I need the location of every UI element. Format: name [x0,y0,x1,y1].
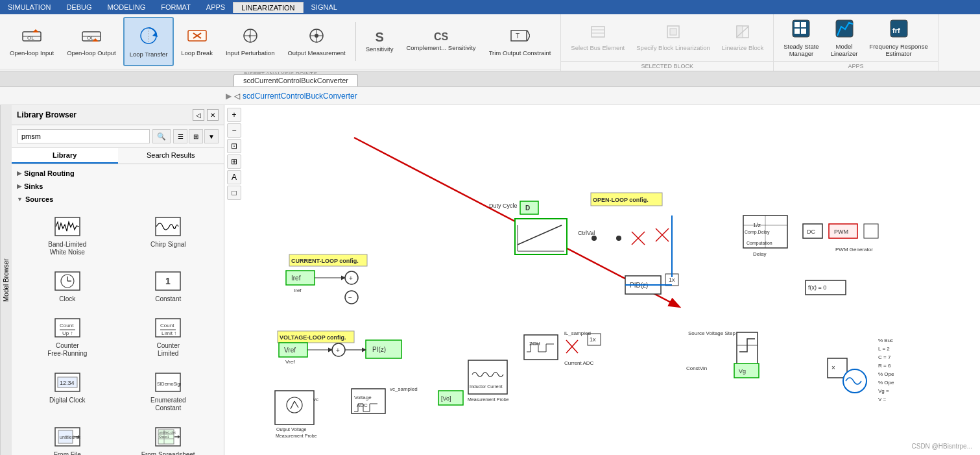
svg-text:OL: OL [87,35,94,41]
svg-text:Vg: Vg [739,368,746,375]
svg-rect-22 [592,27,604,37]
svg-rect-33 [795,29,800,34]
output-measurement-btn[interactable]: Output Measurement [281,17,351,66]
constant-icon: 1 [155,269,181,293]
counter-free-running-item[interactable]: CountUp ↑ CounterFree-Running [19,312,115,362]
complement-sensitivity-btn[interactable]: CS Complement... Sensitivity [400,17,481,66]
trim-output-constraint-btn[interactable]: T Trim Output Constraint [483,17,557,66]
svg-rect-116 [806,280,846,295]
model-browser-vertical-tab[interactable]: Model Browser [0,105,12,455]
svg-text:−: − [348,294,352,301]
enumerated-constant-item[interactable]: SIDemoSign.Positive EnumeratedConstant [121,367,217,416]
search-input[interactable] [17,129,150,143]
band-limited-white-noise-item[interactable]: Band-LimitedWhite Noise [19,211,115,260]
loop-transfer-icon [138,25,159,49]
svg-text:Count: Count [60,323,74,328]
svg-text:12:34: 12:34 [60,380,75,386]
svg-text:Output Voltage: Output Voltage [276,427,306,432]
svg-text:Source Voltage Step: Source Voltage Step [688,330,735,336]
counter-limited-item[interactable]: CountLimit ↑ CounterLimited [121,312,217,362]
nav-back-btn[interactable]: ◁ [234,92,240,101]
sensitivity-btn[interactable]: S Sensitivity [360,17,400,66]
svg-text:+: + [336,347,340,354]
model-linearizer-btn[interactable]: ModelLinearizer [826,18,863,57]
svg-text:V =: V = [878,397,887,402]
svg-text:PWM: PWM [834,228,848,235]
text-toggle-btn[interactable]: A [227,170,241,184]
sidebar-close-btn[interactable]: ✕ [207,109,219,121]
menu-simulation[interactable]: SIMULATION [0,2,58,12]
loop-break-btn[interactable]: Loop Break [175,17,219,66]
canvas-area[interactable]: + − ⊡ ⊞ A □ [224,105,980,455]
frequency-response-estimator-btn[interactable]: frf Frequency ResponseEstimator [865,18,932,57]
fit-selection-btn[interactable]: ⊞ [227,154,241,169]
hide-btn[interactable]: □ [227,186,241,200]
sidebar-minimize-btn[interactable]: ◁ [193,109,204,121]
digital-clock-item[interactable]: 12:34 Digital Clock [19,367,115,416]
from-file-label: From File [54,451,81,455]
from-spreadsheet-item[interactable]: untitled.xlsxSheet1 From Spreadsheet [121,421,217,455]
svg-text:1x: 1x [669,277,675,283]
sidebar: Library Browser ◁ ✕ 🔍 ☰ ⊞ ▼ Library Sear… [12,105,224,455]
svg-rect-163 [438,391,463,405]
svg-text:Up ↑: Up ↑ [62,330,73,336]
view-buttons: ☰ ⊞ ▼ [173,129,219,143]
main-diagram-tab[interactable]: scdCurrentControlBuckConverter [233,74,358,86]
sinks-arrow: ▶ [17,183,21,190]
svg-text:1x: 1x [590,336,596,343]
constant-item[interactable]: 1 Constant [121,265,217,307]
svg-text:Inductor Current: Inductor Current [470,384,503,389]
chirp-signal-item[interactable]: Chirp Signal [121,211,217,260]
menu-bar: SIMULATION DEBUG MODELING FORMAT APPS LI… [0,0,980,14]
svg-text:1/z: 1/z [753,222,761,228]
loop-break-icon [187,27,208,47]
svg-text:T: T [516,32,520,40]
fit-view-btn[interactable]: ⊡ [227,139,241,153]
view-list-btn[interactable]: ☰ [173,129,187,143]
svg-text:+: + [349,275,353,282]
specify-block-linearization-btn[interactable]: Specify Block Linearization [632,18,715,57]
tree-section-signal-routing[interactable]: ▶ Signal Routing [12,167,224,180]
select-bus-element-btn[interactable]: Select Bus Element [566,18,629,57]
frequency-response-estimator-icon: frf [889,19,909,42]
sidebar-tab-library[interactable]: Library [12,148,118,164]
zoom-out-btn[interactable]: − [227,123,241,138]
svg-rect-144 [524,335,558,360]
svg-rect-124 [286,271,315,285]
steady-state-manager-btn[interactable]: Steady StateManager [779,18,823,57]
svg-rect-169 [734,363,759,378]
tree-section-sources[interactable]: ▼ Sources [12,193,224,206]
view-grid-btn[interactable]: ⊞ [189,129,203,143]
menu-signal[interactable]: SIGNAL [304,2,345,12]
menu-format[interactable]: FORMAT [153,2,198,12]
menu-linearization[interactable]: LINEARIZATION [233,2,303,13]
trim-output-constraint-label: Trim Output Constraint [489,49,551,56]
svg-rect-110 [803,224,822,238]
svg-text:SIDemoSign.Positive: SIDemoSign.Positive [157,382,181,387]
open-loop-input-btn[interactable]: OL Open-loop Input [4,17,60,66]
input-perturbation-btn[interactable]: + Input Perturbation [220,17,281,66]
sidebar-tab-search-results[interactable]: Search Results [118,148,224,164]
linearize-block-btn[interactable]: Linearize Block [717,18,768,57]
search-options-btn[interactable]: ▼ [204,129,219,143]
open-loop-input-label: Open-loop Input [10,49,54,56]
menu-debug[interactable]: DEBUG [58,2,99,12]
tree-section-sinks[interactable]: ▶ Sinks [12,180,224,193]
loop-break-label: Loop Break [181,49,213,56]
open-loop-output-btn[interactable]: OL Open-loop Output [61,17,122,66]
search-button[interactable]: 🔍 [152,129,171,143]
breadcrumb-link[interactable]: scdCurrentControlBuckConverter [243,92,357,101]
model-linearizer-icon [835,19,854,42]
menu-modeling[interactable]: MODELING [100,2,154,12]
svg-point-97 [592,236,597,241]
zoom-in-btn[interactable]: + [227,108,241,122]
loop-transfer-btn[interactable]: Loop Transfer [123,17,174,66]
svg-text:VOLTAGE-LOOP config.: VOLTAGE-LOOP config. [280,334,346,341]
svg-rect-34 [801,29,806,34]
menu-apps[interactable]: APPS [198,2,233,12]
band-limited-white-noise-label: Band-LimitedWhite Noise [48,241,86,256]
clock-item[interactable]: Clock [19,265,115,307]
from-file-item[interactable]: untitled.mat From File [19,421,115,455]
svg-line-101 [656,228,669,241]
svg-point-127 [345,271,358,284]
